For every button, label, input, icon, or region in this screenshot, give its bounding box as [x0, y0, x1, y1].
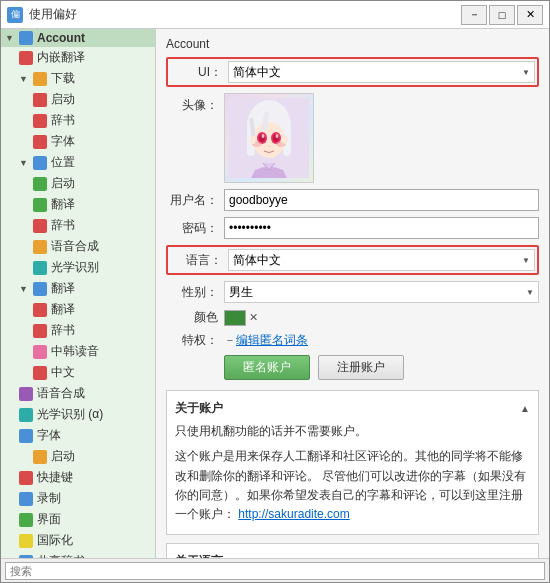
sidebar-item-yuyin1[interactable]: 语音合成 [1, 236, 155, 257]
gender-select-wrapper: 男生 女生 其他 [224, 281, 539, 303]
guangxue1-icon [33, 261, 47, 275]
sidebar-item-cishu3[interactable]: 辞书 [1, 320, 155, 341]
password-row: 密码： [166, 217, 539, 239]
password-input[interactable] [224, 217, 539, 239]
cishu2-icon [33, 219, 47, 233]
ui-select[interactable]: 简体中文 English 日本語 繁體中文 [228, 61, 535, 83]
title-bar: 偏 使用偏好 － □ ✕ [1, 1, 549, 29]
sidebar-item-luzhi[interactable]: 录制 [1, 488, 155, 509]
yuyin2-icon [19, 387, 33, 401]
info-language-box: 关于语言 ▲ 这里选择的语言是指 [166, 543, 539, 558]
luzhi-icon [19, 492, 33, 506]
sidebar-label: 启动 [51, 91, 75, 108]
cishu1-icon [33, 114, 47, 128]
sidebar-item-yuyin2[interactable]: 语音合成 [1, 383, 155, 404]
avatar-image[interactable] [224, 93, 314, 183]
sidebar-item-neican[interactable]: 内嵌翻译 [1, 47, 155, 68]
sidebar-label: 辞书 [51, 322, 75, 339]
anonymous-account-button[interactable]: 匿名账户 [224, 355, 310, 380]
panel-title: Account [166, 37, 539, 51]
username-input[interactable] [224, 189, 539, 211]
gender-select[interactable]: 男生 女生 其他 [224, 281, 539, 303]
account-icon [19, 31, 33, 45]
avatar-row: 头像： [166, 93, 539, 183]
expand-arrow: ▼ [19, 284, 29, 294]
neican-icon [19, 51, 33, 65]
sidebar-item-cishu2[interactable]: 辞书 [1, 215, 155, 236]
sidebar-label: 中韩读音 [51, 343, 99, 360]
register-account-button[interactable]: 注册账户 [318, 355, 404, 380]
fanyi2-icon [33, 198, 47, 212]
xiazai-icon [33, 72, 47, 86]
sidebar-label: 字体 [51, 133, 75, 150]
maximize-button[interactable]: □ [489, 5, 515, 25]
sidebar-item-jiemian[interactable]: 界面 [1, 509, 155, 530]
qidong2-icon [33, 177, 47, 191]
color-delete-icon[interactable]: ✕ [249, 311, 258, 324]
sidebar-item-qidong1[interactable]: 启动 [1, 89, 155, 110]
sidebar-item-zhongwen[interactable]: 中文 [1, 362, 155, 383]
sidebar-item-ziti1[interactable]: 字体 [1, 131, 155, 152]
sidebar-item-ziti2[interactable]: 字体 [1, 425, 155, 446]
gender-label: 性别： [166, 284, 218, 301]
sidebar-item-qidong3[interactable]: 启动 [1, 446, 155, 467]
sidebar-item-guoji[interactable]: 国际化 [1, 530, 155, 551]
sidebar-label: Account [37, 31, 85, 45]
sidebar-label: 翻译 [51, 280, 75, 297]
yuyin1-icon [33, 240, 47, 254]
sidebar-item-gongyong[interactable]: 共享辞书 [1, 551, 155, 558]
minimize-button[interactable]: － [461, 5, 487, 25]
sidebar-item-xiazai[interactable]: ▼ 下载 [1, 68, 155, 89]
cishu3-icon [33, 324, 47, 338]
password-label: 密码： [166, 220, 218, 237]
username-row: 用户名： [166, 189, 539, 211]
sidebar-item-fanyi3-header[interactable]: ▼ 翻译 [1, 278, 155, 299]
fanyi4-icon [33, 303, 47, 317]
sidebar-label: 中文 [51, 364, 75, 381]
sidebar-label: 启动 [51, 448, 75, 465]
preferences-window: 偏 使用偏好 － □ ✕ ▼ Account 内嵌翻译 ▼ [0, 0, 550, 583]
sidebar-item-cishu1[interactable]: 辞书 [1, 110, 155, 131]
info-account-collapse-icon[interactable]: ▲ [520, 401, 530, 417]
qidong3-icon [33, 450, 47, 464]
search-input[interactable] [5, 562, 545, 580]
language-select[interactable]: 简体中文 English 日本語 繁體中文 [228, 249, 535, 271]
button-row: 匿名账户 注册账户 [224, 355, 539, 380]
kuaijiejian-icon [19, 471, 33, 485]
zhongwen-icon [33, 366, 47, 380]
sidebar-label: 字体 [37, 427, 61, 444]
guangxue2-icon [19, 408, 33, 422]
ui-label: UI： [170, 64, 222, 81]
title-bar-controls: － □ ✕ [461, 5, 543, 25]
sidebar-item-zhonghan[interactable]: 中韩读音 [1, 341, 155, 362]
language-label: 语言： [170, 252, 222, 269]
close-button[interactable]: ✕ [517, 5, 543, 25]
sidebar-label: 辞书 [51, 217, 75, 234]
sidebar-item-guangxue2[interactable]: 光学识别 (α) [1, 404, 155, 425]
sidebar-label: 启动 [51, 175, 75, 192]
bottom-search-bar [1, 558, 549, 582]
fanyi3-icon [33, 282, 47, 296]
ui-row-highlighted: UI： 简体中文 English 日本語 繁體中文 [166, 57, 539, 87]
expand-arrow: ▼ [19, 158, 29, 168]
account-link[interactable]: http://sakuradite.com [238, 507, 349, 521]
privilege-link[interactable]: 编辑匿名词条 [236, 332, 308, 349]
sidebar-item-account[interactable]: ▼ Account [1, 29, 155, 47]
sidebar-label: 内嵌翻译 [37, 49, 85, 66]
sidebar-item-qidong2[interactable]: 启动 [1, 173, 155, 194]
color-swatch[interactable] [224, 310, 246, 326]
sidebar-item-fanyi2[interactable]: 翻译 [1, 194, 155, 215]
sidebar-label: 语音合成 [51, 238, 99, 255]
sidebar-item-kuaijiejian[interactable]: 快捷键 [1, 467, 155, 488]
sidebar-label: 光学识别 [51, 259, 99, 276]
sidebar-item-fanyi4[interactable]: 翻译 [1, 299, 155, 320]
window-title: 使用偏好 [29, 6, 77, 23]
sidebar-label: 语音合成 [37, 385, 85, 402]
sidebar-label: 下载 [51, 70, 75, 87]
sidebar-label: 翻译 [51, 301, 75, 318]
ziti2-icon [19, 429, 33, 443]
sidebar-item-guangxue1[interactable]: 光学识别 [1, 257, 155, 278]
sidebar-item-weizhi[interactable]: ▼ 位置 [1, 152, 155, 173]
svg-point-10 [276, 134, 279, 138]
privilege-text: － [224, 332, 236, 349]
